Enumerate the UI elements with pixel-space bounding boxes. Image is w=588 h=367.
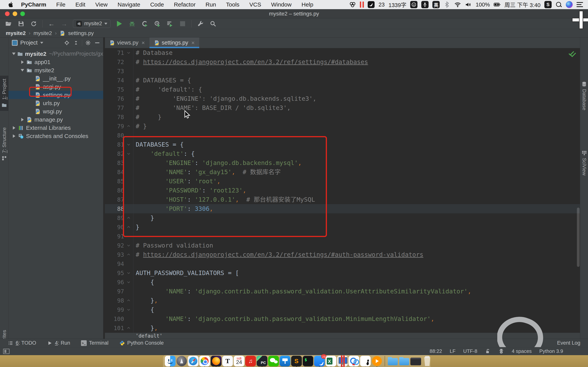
tab-settings-py[interactable]: settings.py× [149,37,199,48]
save-button[interactable] [17,20,25,27]
code-line-96[interactable]: 96 { [105,277,580,287]
tree-item-urls-py[interactable]: urls.py [9,99,103,107]
run-button[interactable] [116,20,123,27]
line-separator[interactable]: LF [450,348,456,354]
inspections-ok-icon[interactable] [568,50,577,58]
breadcrumb-item[interactable]: mysite2 [6,30,26,36]
dock-terminal-app[interactable]: $ [303,356,313,367]
open-button[interactable] [5,20,12,27]
fold-marker-icon[interactable] [124,298,133,303]
inspections-profile-icon[interactable] [498,349,504,354]
dock-excel[interactable]: X [326,356,336,367]
fold-marker-icon[interactable] [124,51,133,55]
volume-icon[interactable] [465,1,472,8]
fold-marker-icon[interactable] [124,252,133,257]
menu-run[interactable]: Run [201,1,221,8]
unlock-icon[interactable] [485,349,491,354]
code-line-94[interactable]: 94 [105,259,580,268]
dock-folder-windows[interactable] [399,356,410,367]
file-encoding[interactable]: UTF-8 [463,348,477,354]
code-line-72[interactable]: 72# https://docs.djangoproject.com/en/3.… [105,57,580,67]
menu-view[interactable]: View [90,1,112,8]
code-line-74[interactable]: 74# DATABASES = { [105,76,580,85]
project-view-title[interactable]: Project [20,40,37,46]
dock-orange-tv[interactable] [372,356,382,367]
back-button[interactable]: ← [48,20,55,27]
fold-marker-icon[interactable] [124,326,133,330]
menu-vcs[interactable]: VCS [244,1,266,8]
python-interpreter[interactable]: Python 3.9 [539,348,563,354]
menu-window[interactable]: Window [266,1,297,8]
dock-calendar[interactable]: 11月24 [234,356,244,367]
tree-item-external-libraries[interactable]: External Libraries [9,124,103,132]
code-line-93[interactable]: 93# https://docs.djangoproject.com/en/3.… [105,250,580,259]
sync-button[interactable] [30,20,37,27]
rerun-button[interactable] [166,20,174,27]
dock-firefox[interactable] [211,356,221,367]
code-line-95[interactable]: 95AUTH_PASSWORD_VALIDATORS = [ [105,268,580,277]
bluetooth-icon[interactable] [443,1,450,8]
close-tab-icon[interactable]: × [141,40,145,46]
emoji-input-icon[interactable] [410,1,417,8]
dock-typora[interactable]: T [222,356,233,367]
tool-window-switcher-icon[interactable] [3,349,9,354]
search-everywhere-button[interactable] [209,20,217,27]
dock-chrome[interactable] [199,356,210,367]
dock-launchpad[interactable] [176,356,187,367]
profiler-button[interactable] [154,20,161,27]
close-tab-icon[interactable]: × [191,40,195,46]
chevron-down-icon[interactable] [40,42,43,44]
siri-icon[interactable] [566,1,573,8]
menu-code[interactable]: Code [145,1,169,8]
code-line-98[interactable]: 98 }, [105,296,580,305]
linked-circles-icon[interactable] [349,1,356,8]
dictation-icon[interactable] [421,1,429,8]
code-line-76[interactable]: 76# 'ENGINE': 'django.db.backends.sqlite… [105,94,580,103]
shottr-icon[interactable]: S [544,1,552,8]
dock-netease-music[interactable]: ♫ [245,356,256,367]
menu-navigate[interactable]: Navigate [112,1,145,8]
todo-toolwindow-button[interactable]: 6: TODO [8,340,36,346]
fold-marker-icon[interactable] [124,271,133,275]
code-line-71[interactable]: 71# Database [105,48,580,57]
menu-edit[interactable]: Edit [70,1,90,8]
code-line-97[interactable]: 97 'NAME': 'django.contrib.auth.password… [105,287,580,296]
breadcrumb-item[interactable]: mysite2 [34,30,52,36]
tree-item-manage-py[interactable]: manage.py [9,116,103,124]
menu-file[interactable]: File [51,1,70,8]
dock-wechat[interactable] [268,356,279,367]
forward-button[interactable]: → [60,20,68,27]
input-method-icon[interactable]: 英 [432,1,440,8]
minus-icon[interactable] [94,40,101,46]
indent-setting[interactable]: 4 spaces [512,348,532,354]
tool-tab-database[interactable]: Database [580,81,588,110]
spotlight-icon[interactable] [555,1,562,8]
stop-button[interactable] [179,20,186,27]
code-line-92[interactable]: 92# Password validation [105,241,580,250]
code-line-77[interactable]: 77# 'NAME': BASE_DIR / 'db.sqlite3', [105,103,580,112]
collapse-icon[interactable] [73,40,79,46]
chevron-collapsed-icon[interactable] [11,126,17,130]
menu-help[interactable]: Help [296,1,318,8]
window-title-bar[interactable]: mysite2 – settings.py [0,9,588,18]
tab-views-py[interactable]: views.py× [105,37,149,48]
fold-marker-icon[interactable] [124,124,133,128]
tool-tab-structure[interactable]: 7: Structure [0,127,9,161]
pause-icon[interactable] [360,1,364,8]
menu-pycharm[interactable]: PyCharm [17,1,51,8]
bird-app-icon[interactable] [368,1,375,8]
tree-item-app01[interactable]: app01 [9,58,103,66]
chevron-expanded-icon[interactable] [19,69,25,72]
menu-refactor[interactable]: Refactor [169,1,200,8]
chevron-collapsed-icon[interactable] [19,118,25,121]
code-line-78[interactable]: 78# } [105,112,580,122]
settings-gear-icon[interactable] [85,40,91,46]
dock-pycharm[interactable]: PC [257,356,268,367]
fold-marker-icon[interactable] [124,243,133,248]
terminal-toolwindow-button[interactable]: >_Terminal [81,340,109,346]
coverage-button[interactable] [141,20,148,27]
tree-item--init-py[interactable]: __init__.py [9,74,103,83]
locate-icon[interactable] [64,40,70,46]
dock-tie-app[interactable] [360,356,371,367]
tool-tab-sciview[interactable]: SciView [580,150,588,175]
